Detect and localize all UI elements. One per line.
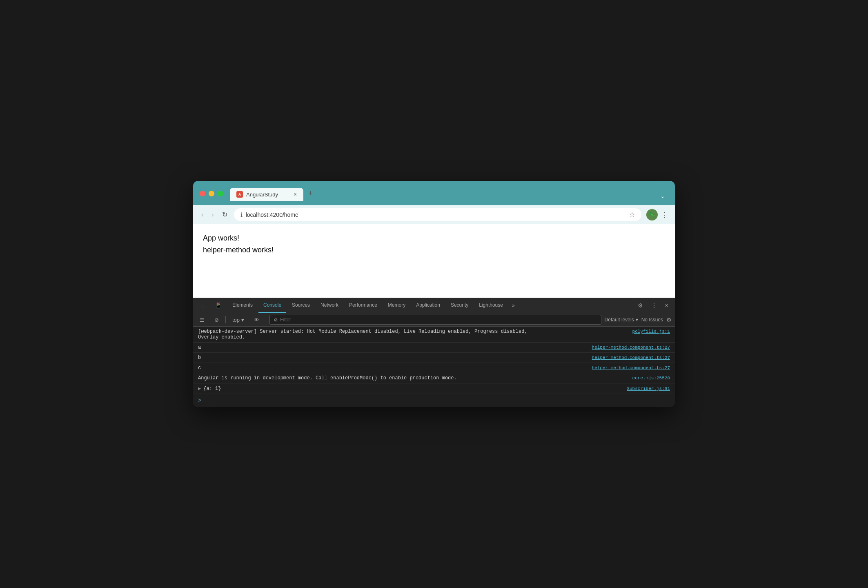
- tab-security[interactable]: Security: [446, 298, 473, 313]
- address-bar: ‹ › ↻ ℹ localhost:4200/home ☆ 🦎 ⋮: [193, 205, 675, 224]
- console-source-polyfills[interactable]: polyfills.js:1: [632, 329, 670, 334]
- tab-lighthouse[interactable]: Lighthouse: [474, 298, 508, 313]
- active-tab[interactable]: A AngularStudy ×: [230, 188, 303, 201]
- traffic-lights: [200, 191, 223, 196]
- filter-input[interactable]: ⊘ Filter: [269, 315, 601, 325]
- devtools-controls: ⚙ ⋮ ×: [634, 300, 672, 311]
- eye-button[interactable]: 👁: [251, 315, 263, 325]
- console-source-core[interactable]: core.mjs:25520: [632, 376, 670, 381]
- toolbar-separator2: [266, 316, 266, 323]
- console-source-a[interactable]: helper-method.component.ts:27: [592, 345, 670, 350]
- title-bar-top: A AngularStudy × + ⌄: [200, 186, 668, 201]
- page-content: App works! helper-method works!: [193, 224, 675, 298]
- new-tab-button[interactable]: +: [303, 186, 318, 201]
- block-icon: ⊘: [214, 317, 219, 323]
- url-text: localhost:4200/home: [246, 212, 626, 218]
- page-line2: helper-method works!: [203, 244, 665, 256]
- close-window-button[interactable]: [200, 191, 205, 196]
- filter-placeholder: Filter: [280, 317, 291, 323]
- devtools-top-icons: ⬚ 📱: [196, 300, 227, 311]
- devtools-menu-button[interactable]: ⋮: [648, 300, 660, 311]
- more-tabs-button[interactable]: »: [509, 300, 518, 311]
- tab-expand-button[interactable]: ⌄: [657, 191, 668, 201]
- reload-icon: ↻: [222, 211, 227, 218]
- console-msg-angular: Angular is running in development mode. …: [198, 375, 629, 381]
- browser-menu-button[interactable]: ⋮: [661, 210, 668, 219]
- browser-window: A AngularStudy × + ⌄ ‹ › ↻ ℹ localhost:4…: [193, 181, 675, 407]
- avatar[interactable]: 🦎: [646, 209, 658, 220]
- tab-console[interactable]: Console: [258, 298, 286, 313]
- console-toolbar: ☰ ⊘ top ▾ 👁 ⊘ Filter Default levels ▾: [193, 313, 675, 327]
- forward-icon: ›: [211, 211, 214, 218]
- maximize-window-button[interactable]: [218, 191, 223, 196]
- default-levels-button[interactable]: Default levels ▾: [605, 317, 638, 323]
- url-bar[interactable]: ℹ localhost:4200/home ☆: [234, 208, 641, 221]
- default-levels-area: Default levels ▾ No Issues ⚙: [605, 316, 672, 323]
- console-row-webpack: [webpack-dev-server] Server started: Hot…: [193, 327, 675, 343]
- console-settings-icon[interactable]: ⚙: [666, 316, 672, 323]
- tab-favicon: A: [236, 191, 243, 198]
- secure-icon: ℹ: [240, 212, 243, 218]
- console-msg-b: b: [198, 355, 589, 361]
- devtools-close-button[interactable]: ×: [662, 300, 672, 311]
- console-prompt[interactable]: >: [193, 394, 675, 407]
- back-icon: ‹: [201, 211, 203, 218]
- context-selector[interactable]: top ▾: [229, 315, 247, 325]
- sidebar-icon: ☰: [200, 317, 205, 323]
- eye-icon: 👁: [254, 317, 259, 323]
- device-toolbar-icon[interactable]: 📱: [211, 300, 225, 311]
- bookmark-icon[interactable]: ☆: [629, 211, 635, 218]
- console-source-subscriber[interactable]: Subscriber.js:91: [627, 386, 670, 391]
- tab-close-button[interactable]: ×: [294, 192, 297, 197]
- console-source-c[interactable]: helper-method.component.ts:27: [592, 365, 670, 370]
- tab-title: AngularStudy: [246, 192, 290, 198]
- prompt-arrow: >: [198, 397, 201, 404]
- console-msg-c: c: [198, 365, 589, 371]
- no-issues-button[interactable]: No Issues: [641, 317, 663, 323]
- devtools-panel: ⬚ 📱 Elements Console Sources Network Per…: [193, 298, 675, 407]
- levels-dropdown-icon: ▾: [636, 317, 638, 323]
- devtools-toolbar: ⬚ 📱 Elements Console Sources Network Per…: [193, 298, 675, 313]
- minimize-window-button[interactable]: [209, 191, 214, 196]
- tabs-row: A AngularStudy × + ⌄: [230, 186, 668, 201]
- forward-button[interactable]: ›: [210, 209, 215, 220]
- title-bar: A AngularStudy × + ⌄: [193, 181, 675, 205]
- tab-network[interactable]: Network: [316, 298, 343, 313]
- console-row-c: c helper-method.component.ts:27: [193, 363, 675, 373]
- console-msg-webpack: [webpack-dev-server] Server started: Hot…: [198, 329, 629, 340]
- clear-console-button[interactable]: ⊘: [211, 315, 222, 325]
- tab-memory[interactable]: Memory: [383, 298, 410, 313]
- toolbar-separator: [225, 316, 226, 323]
- tab-sources[interactable]: Sources: [287, 298, 315, 313]
- tab-elements[interactable]: Elements: [227, 298, 258, 313]
- element-picker-icon[interactable]: ⬚: [198, 300, 210, 311]
- back-button[interactable]: ‹: [200, 209, 205, 220]
- console-output: [webpack-dev-server] Server started: Hot…: [193, 327, 675, 407]
- console-row-b: b helper-method.component.ts:27: [193, 353, 675, 363]
- favicon-text: A: [238, 192, 241, 196]
- expand-object-button[interactable]: ▶: [198, 385, 201, 392]
- context-label: top: [232, 317, 240, 323]
- tab-application[interactable]: Application: [411, 298, 445, 313]
- browser-menu-area: 🦎 ⋮: [646, 209, 668, 220]
- filter-icon: ⊘: [274, 317, 278, 323]
- devtools-settings-icon[interactable]: ⚙: [634, 300, 646, 311]
- console-row-object: ▶ {a: 1} Subscriber.js:91: [193, 383, 675, 394]
- context-dropdown-icon: ▾: [241, 317, 244, 323]
- sidebar-toggle-button[interactable]: ☰: [196, 315, 208, 325]
- default-levels-label: Default levels: [605, 317, 634, 323]
- console-row-angular: Angular is running in development mode. …: [193, 373, 675, 383]
- console-msg-a: a: [198, 345, 589, 350]
- reload-button[interactable]: ↻: [220, 209, 229, 220]
- console-source-b[interactable]: helper-method.component.ts:27: [592, 355, 670, 360]
- tab-performance[interactable]: Performance: [344, 298, 382, 313]
- console-row-a: a helper-method.component.ts:27: [193, 343, 675, 353]
- no-issues-label: No Issues: [641, 317, 663, 323]
- console-msg-object: {a: 1}: [203, 386, 623, 392]
- page-line1: App works!: [203, 232, 665, 244]
